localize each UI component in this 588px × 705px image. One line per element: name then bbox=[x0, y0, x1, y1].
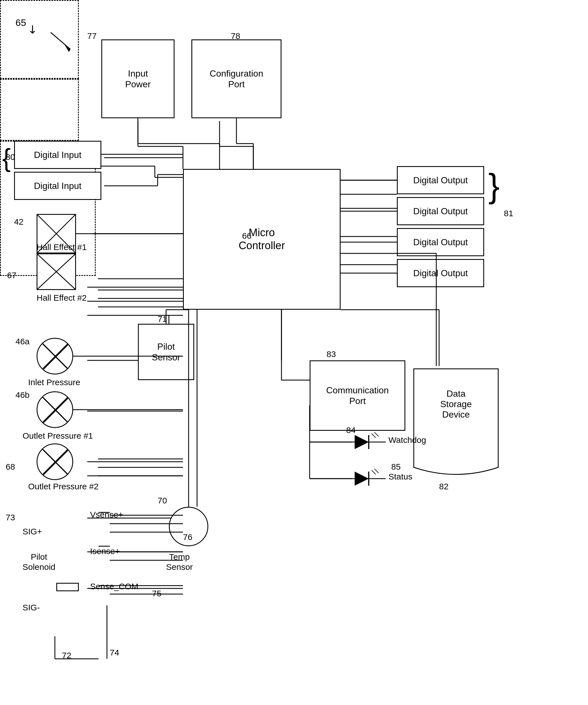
status-number: 85 bbox=[391, 462, 400, 472]
digital-output-4-box: Digital Output bbox=[397, 259, 484, 287]
digital-output-3-box: Digital Output bbox=[397, 228, 484, 256]
outlet-pressure-2-symbol bbox=[37, 443, 73, 480]
outlet-pressure-1-symbol bbox=[37, 391, 73, 428]
svg-line-51 bbox=[374, 432, 379, 436]
svg-marker-52 bbox=[355, 472, 369, 486]
digital-input-brace: { bbox=[2, 144, 11, 173]
pilot-solenoid-resistor bbox=[56, 583, 79, 591]
micro-controller-number: 66 bbox=[242, 231, 251, 241]
x-symbol-inlet bbox=[38, 339, 73, 374]
watchdog-diode-symbol bbox=[352, 432, 386, 452]
communication-port-number: 83 bbox=[327, 349, 336, 359]
vsense-label: Vsense+ bbox=[90, 510, 123, 520]
status-label: Status bbox=[388, 472, 412, 482]
temp-sensor-label: TempSensor bbox=[166, 552, 193, 572]
digital-output-group-number: 81 bbox=[504, 208, 513, 219]
outlet-pressure-2-number: 68 bbox=[6, 462, 15, 472]
digital-input-2-box: Digital Input bbox=[14, 172, 101, 200]
config-port-number: 78 bbox=[231, 31, 240, 41]
digital-input-1-box: Digital Input bbox=[14, 141, 101, 169]
status-diode-symbol bbox=[352, 469, 386, 488]
x-symbol-outlet1 bbox=[38, 392, 73, 428]
pilot-sensor-box: PilotSensor bbox=[138, 324, 194, 380]
input-power-number: 77 bbox=[87, 31, 97, 41]
detail-lines bbox=[0, 0, 588, 705]
figure-number: 65 bbox=[15, 17, 26, 29]
x-symbol-outlet2 bbox=[38, 444, 73, 480]
pilot-solenoid-sig-minus: SIG- bbox=[22, 603, 40, 613]
watchdog-diode bbox=[352, 432, 386, 453]
hall-effect-1-label: Hall Effect #1 bbox=[37, 242, 87, 252]
micro-controller-box: MicroController bbox=[183, 169, 341, 310]
isense-label: Isense+ bbox=[90, 546, 120, 556]
outlet-pressure-2-label: Outlet Pressure #2 bbox=[28, 481, 99, 491]
svg-line-57 bbox=[374, 469, 379, 473]
block-diagram: 65 ↘ InputPower 77 ConfigurationPort 78 … bbox=[0, 0, 588, 705]
connection-lines bbox=[0, 0, 588, 705]
component-42-number: 42 bbox=[14, 217, 23, 227]
pilot-solenoid-sig-plus: SIG+ bbox=[22, 526, 42, 536]
svg-line-41 bbox=[43, 344, 69, 370]
status-diode bbox=[352, 469, 386, 489]
svg-line-45 bbox=[43, 449, 69, 476]
hall-effect-group-number: 67 bbox=[7, 270, 16, 280]
x-symbol-he1 bbox=[38, 254, 75, 289]
inlet-pressure-symbol bbox=[37, 338, 73, 374]
number-72: 72 bbox=[62, 650, 71, 660]
digital-output-brace: } bbox=[488, 166, 500, 205]
outlet-pressure-1-label: Outlet Pressure #1 bbox=[22, 431, 93, 441]
input-power-box: InputPower bbox=[101, 39, 175, 118]
data-storage-container: DataStorageDevice bbox=[411, 366, 501, 479]
inlet-pressure-label: Inlet Pressure bbox=[28, 377, 80, 387]
svg-marker-46 bbox=[355, 435, 369, 449]
watchdog-number: 84 bbox=[346, 425, 355, 435]
hall-effect-group-box bbox=[0, 0, 79, 79]
watchdog-label: Watchdog bbox=[388, 435, 426, 445]
svg-line-43 bbox=[43, 397, 69, 424]
config-port-box: ConfigurationPort bbox=[191, 39, 282, 118]
number-75: 75 bbox=[152, 589, 161, 599]
outlet-pressure-2-group-box bbox=[0, 79, 79, 141]
communication-port-box: CommunicationPort bbox=[310, 360, 405, 431]
hall-effect-1-box bbox=[37, 253, 76, 290]
temp-sensor-number: 70 bbox=[158, 496, 167, 506]
outlet-pressure-1-number: 46b bbox=[15, 390, 30, 400]
data-storage-number: 82 bbox=[439, 481, 448, 491]
svg-line-50 bbox=[372, 434, 376, 438]
hall-effect-2-label: Hall Effect #2 bbox=[37, 293, 87, 303]
pilot-solenoid-label: PilotSolenoid bbox=[22, 552, 55, 572]
number-76: 76 bbox=[183, 532, 192, 542]
digital-output-2-box: Digital Output bbox=[397, 197, 484, 225]
pilot-sensor-number: 71 bbox=[158, 314, 167, 324]
number-74: 74 bbox=[110, 648, 119, 658]
svg-line-56 bbox=[372, 470, 376, 474]
data-storage-label: DataStorageDevice bbox=[411, 388, 501, 420]
data-storage-shape bbox=[411, 366, 501, 479]
sense-com-label: Sense_COM bbox=[90, 581, 139, 592]
inlet-pressure-number: 46a bbox=[15, 336, 30, 346]
digital-output-1-box: Digital Output bbox=[397, 166, 484, 194]
pilot-solenoid-number: 73 bbox=[6, 512, 15, 523]
